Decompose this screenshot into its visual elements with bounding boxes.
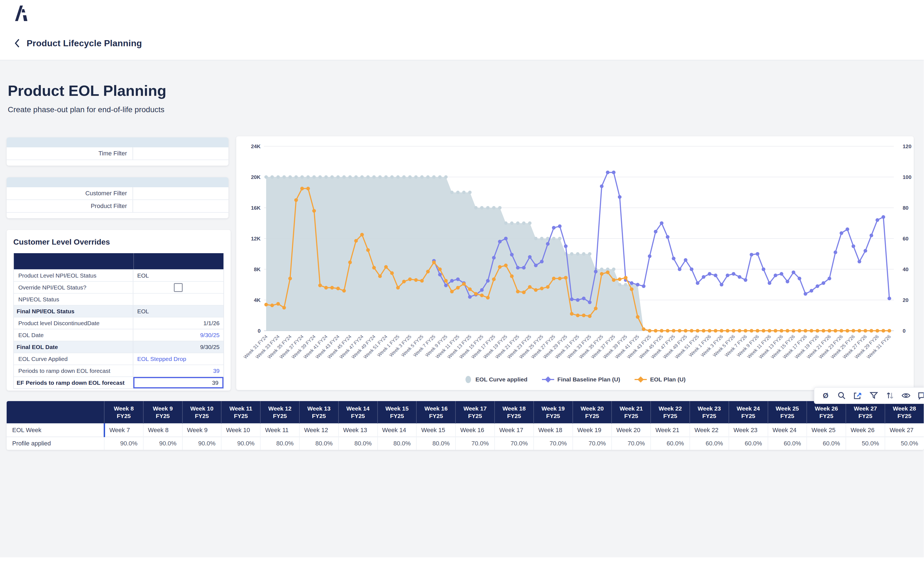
profile-applied-cell[interactable]: 70.0% <box>573 437 612 450</box>
eol-week-cell[interactable]: Week 12 <box>299 424 339 437</box>
eol-week-cell[interactable]: Week 22 <box>690 424 729 437</box>
override-checkbox[interactable] <box>174 283 183 292</box>
chart-legend: EOL Curve appliedFinal Baseline Plan (U)… <box>236 375 914 384</box>
week-column-header: Week 28FY25 <box>885 401 924 424</box>
legend-item-0[interactable]: EOL Curve applied <box>464 375 528 384</box>
eol-week-cell[interactable]: Week 17 <box>494 424 534 437</box>
customer-filter-value[interactable] <box>133 187 228 200</box>
profile-applied-cell[interactable]: 70.0% <box>612 437 651 450</box>
profile-applied-cell[interactable]: 90.0% <box>143 437 183 450</box>
profile-applied-cell[interactable]: 80.0% <box>299 437 339 450</box>
week-column-header: Week 10FY25 <box>183 401 221 424</box>
show-hide-icon[interactable] <box>901 391 910 400</box>
eol-week-cell[interactable]: Week 23 <box>729 424 768 437</box>
override-row: EOL Curve AppliedEOL Stepped Drop <box>14 353 223 364</box>
legend-line-swatch <box>542 376 554 384</box>
override-row-value[interactable]: 39 <box>133 377 223 388</box>
profile-applied-cell[interactable]: 70.0% <box>534 437 573 450</box>
eol-week-cell[interactable]: Week 27 <box>885 424 924 437</box>
profile-applied-cell[interactable]: 90.0% <box>183 437 221 450</box>
week-column-header: Week 24FY25 <box>729 401 768 424</box>
profile-applied-cell[interactable]: 70.0% <box>494 437 534 450</box>
eol-week-cell[interactable]: Week 21 <box>651 424 690 437</box>
eol-chart: 004K208K4012K6016K8020K10024K120Week 31 … <box>236 136 914 369</box>
profile-applied-cell[interactable]: 70.0% <box>456 437 494 450</box>
eol-week-cell[interactable]: Week 11 <box>260 424 299 437</box>
eol-week-cell[interactable]: Week 15 <box>417 424 456 437</box>
legend-label: EOL Plan (U) <box>650 376 686 383</box>
profile-applied-cell[interactable]: 80.0% <box>260 437 299 450</box>
legend-item-2[interactable]: EOL Plan (U) <box>635 376 686 384</box>
profile-applied-cell[interactable]: 60.0% <box>690 437 729 450</box>
override-row-value[interactable]: 1/1/26 <box>133 318 223 329</box>
eol-week-cell[interactable]: Week 13 <box>339 424 378 437</box>
svg-text:20: 20 <box>903 297 908 303</box>
eol-week-table: Week 8FY25Week 9FY25Week 10FY25Week 11FY… <box>6 401 924 450</box>
override-row-value[interactable]: EOL <box>133 270 223 281</box>
eol-week-cell[interactable]: Week 24 <box>768 424 807 437</box>
svg-text:16K: 16K <box>251 205 261 211</box>
eol-week-cell[interactable]: Week 20 <box>612 424 651 437</box>
profile-applied-cell[interactable]: 60.0% <box>729 437 768 450</box>
profile-applied-cell[interactable]: 50.0% <box>846 437 885 450</box>
anaplan-logo[interactable] <box>15 6 28 23</box>
profile-applied-cell[interactable]: 80.0% <box>339 437 378 450</box>
override-row-value[interactable]: EOL <box>133 306 223 317</box>
back-chevron-icon[interactable] <box>12 38 22 48</box>
override-row-value[interactable]: 39 <box>133 365 223 376</box>
eol-week-cell[interactable]: Week 16 <box>456 424 494 437</box>
override-row-value[interactable] <box>133 282 223 293</box>
open-link-icon[interactable] <box>853 391 862 400</box>
table-row: Profile applied90.0%90.0%90.0%90.0%80.0%… <box>6 437 924 450</box>
eol-week-cell[interactable]: Week 9 <box>183 424 221 437</box>
search-icon[interactable] <box>837 391 846 400</box>
profile-applied-cell[interactable]: 60.0% <box>651 437 690 450</box>
eol-week-table-card: Week 8FY25Week 9FY25Week 10FY25Week 11FY… <box>6 401 924 450</box>
eol-week-cell[interactable]: Week 18 <box>534 424 573 437</box>
svg-text:60: 60 <box>903 236 908 242</box>
eol-week-cell[interactable]: Week 7 <box>104 424 143 437</box>
override-row-label: EOL Curve Applied <box>14 353 133 364</box>
eol-week-cell[interactable]: Week 8 <box>143 424 183 437</box>
override-row-value[interactable]: 9/30/25 <box>133 341 223 353</box>
profile-applied-cell[interactable]: 50.0% <box>885 437 924 450</box>
hide-zeros-icon[interactable]: Ø <box>821 391 830 400</box>
eol-week-cell[interactable]: Week 26 <box>846 424 885 437</box>
eol-chart-card: 004K208K4012K6016K8020K10024K120Week 31 … <box>236 136 914 390</box>
profile-applied-cell[interactable]: 60.0% <box>768 437 807 450</box>
eol-week-cell[interactable]: Week 19 <box>573 424 612 437</box>
svg-text:120: 120 <box>903 143 911 149</box>
override-row-label: Final NPI/EOL Status <box>14 306 133 317</box>
page-title: Product Lifecycle Planning <box>27 38 142 48</box>
time-filter-value[interactable] <box>133 147 228 160</box>
week-column-header: Week 19FY25 <box>534 401 573 424</box>
override-row-label: NPI/EOL Status <box>14 293 133 305</box>
svg-text:24K: 24K <box>251 143 261 149</box>
customer-level-overrides-card: Customer Level Overrides Product Level N… <box>6 230 231 390</box>
profile-applied-cell[interactable]: 80.0% <box>417 437 456 450</box>
override-row-value[interactable] <box>133 293 223 305</box>
profile-applied-cell[interactable]: 60.0% <box>807 437 846 450</box>
product-filter-value[interactable] <box>133 200 228 212</box>
override-row-value[interactable]: EOL Stepped Drop <box>133 353 223 364</box>
profile-applied-cell[interactable]: 90.0% <box>221 437 260 450</box>
card-padding <box>6 213 228 218</box>
svg-text:0: 0 <box>258 328 261 334</box>
week-column-header: Week 8FY25 <box>104 401 143 424</box>
sort-icon[interactable] <box>885 391 894 400</box>
row-label: Profile applied <box>6 437 104 450</box>
filter-icon[interactable] <box>869 391 878 400</box>
profile-applied-cell[interactable]: 90.0% <box>104 437 143 450</box>
eol-week-cell[interactable]: Week 10 <box>221 424 260 437</box>
product-filter-label: Product Filter <box>6 200 133 212</box>
eol-week-cell[interactable]: Week 25 <box>807 424 846 437</box>
override-row-value[interactable]: 9/30/25 <box>133 329 223 341</box>
week-column-header: Week 18FY25 <box>494 401 534 424</box>
profile-applied-cell[interactable]: 80.0% <box>378 437 417 450</box>
override-row-label: Product level DiscontinuedDate <box>14 318 133 329</box>
add-comment-icon[interactable] <box>918 391 924 400</box>
week-column-header: Week 27FY25 <box>846 401 885 424</box>
week-column-header: Week 13FY25 <box>299 401 339 424</box>
eol-week-cell[interactable]: Week 14 <box>378 424 417 437</box>
legend-item-1[interactable]: Final Baseline Plan (U) <box>542 376 620 384</box>
